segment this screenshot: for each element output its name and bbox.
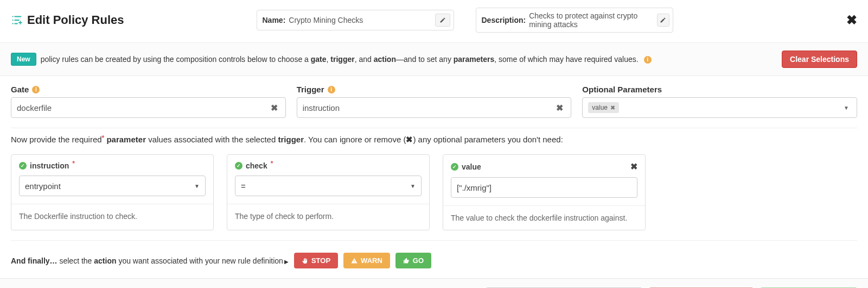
- action-go-button[interactable]: GO: [395, 253, 431, 268]
- svg-point-2: [12, 20, 14, 21]
- final-lead-text: And finally… select the action you want …: [11, 256, 289, 265]
- svg-point-0: [12, 16, 14, 17]
- action-selection-row: And finally… select the action you want …: [0, 241, 868, 278]
- intro-banner: New policy rules can be created by using…: [0, 42, 868, 76]
- svg-point-4: [12, 23, 14, 24]
- close-icon[interactable]: ✖: [846, 12, 857, 28]
- new-badge: New: [11, 53, 36, 66]
- param-card-check: check* = ▼ The type of check to perform.: [227, 154, 430, 230]
- value-input[interactable]: ["./xmrig"]: [451, 177, 637, 198]
- description-label: Description:: [482, 16, 526, 24]
- gate-value: dockerfile: [17, 103, 269, 112]
- description-value: Checks to protect against crypto mining …: [529, 11, 654, 29]
- instruction-help: The Dockerfile instruction to check.: [11, 204, 213, 228]
- gate-label: Gate i: [11, 85, 286, 94]
- selector-section: Gate i dockerfile ✖ Trigger i instructio…: [0, 76, 868, 118]
- info-icon[interactable]: i: [32, 86, 40, 93]
- param-card-value: value ✖ ["./xmrig"] The value to check t…: [443, 154, 646, 230]
- optional-params-select[interactable]: value ✖ ▼: [582, 97, 857, 118]
- description-field-group: Description: Checks to protect against c…: [476, 8, 673, 33]
- name-label: Name:: [263, 16, 286, 24]
- info-icon[interactable]: i: [328, 86, 335, 93]
- name-field-group: Name: Crypto Mining Checks: [257, 10, 454, 30]
- check-help: The type of check to perform.: [227, 204, 429, 228]
- header-bar: Edit Policy Rules Name: Crypto Mining Ch…: [0, 0, 868, 42]
- action-stop-button[interactable]: STOP: [294, 253, 338, 268]
- instruction-value: entrypoint: [25, 181, 61, 191]
- intro-text: policy rules can be created by using the…: [41, 55, 652, 64]
- policy-icon: [11, 14, 23, 26]
- parameter-helper-text: Now provide the required* parameter valu…: [0, 128, 868, 145]
- param-card-instruction: instruction* entrypoint ▼ The Dockerfile…: [11, 154, 214, 230]
- chevron-down-icon: ▼: [410, 183, 416, 189]
- page-title: Edit Policy Rules: [11, 13, 124, 27]
- parameter-cards-row: instruction* entrypoint ▼ The Dockerfile…: [0, 145, 868, 230]
- param-chip-value: value ✖: [588, 102, 619, 113]
- info-icon[interactable]: i: [644, 56, 652, 64]
- footer-bar: ? Why are both these buttons disabled? C…: [0, 278, 868, 288]
- caret-right-icon: ▶: [284, 259, 289, 265]
- trigger-value: instruction: [303, 103, 554, 112]
- clear-trigger-icon[interactable]: ✖: [554, 103, 565, 113]
- check-circle-icon: [19, 162, 27, 170]
- chevron-down-icon[interactable]: ▼: [841, 105, 851, 111]
- pencil-icon: [439, 17, 446, 23]
- param-name-value: value: [462, 162, 481, 171]
- warning-icon: [351, 258, 358, 264]
- page-title-text: Edit Policy Rules: [27, 13, 124, 27]
- trigger-label: Trigger i: [297, 85, 572, 94]
- name-value: Crypto Mining Checks: [289, 16, 363, 24]
- trigger-select[interactable]: instruction ✖: [297, 97, 572, 118]
- gate-column: Gate i dockerfile ✖: [11, 85, 286, 118]
- edit-description-button[interactable]: [657, 14, 669, 27]
- gate-select[interactable]: dockerfile ✖: [11, 97, 286, 118]
- check-circle-icon: [451, 163, 458, 171]
- remove-chip-icon[interactable]: ✖: [610, 104, 615, 111]
- remove-param-icon[interactable]: ✖: [630, 161, 637, 172]
- hand-stop-icon: [302, 258, 308, 264]
- check-value: =: [241, 181, 246, 191]
- value-help: The value to check the dockerfile instru…: [443, 205, 645, 230]
- param-name-check: check: [246, 161, 267, 170]
- optional-params-label: Optional Parameters: [582, 85, 857, 94]
- clear-selections-button[interactable]: Clear Selections: [782, 51, 857, 68]
- pencil-icon: [660, 17, 666, 23]
- action-warn-button[interactable]: WARN: [343, 253, 390, 268]
- instruction-select[interactable]: entrypoint ▼: [19, 176, 206, 196]
- optional-params-column: Optional Parameters value ✖ ▼: [582, 85, 857, 118]
- value-content: ["./xmrig"]: [457, 183, 492, 192]
- check-circle-icon: [235, 162, 242, 170]
- edit-name-button[interactable]: [435, 14, 450, 27]
- thumbs-up-icon: [403, 258, 410, 264]
- param-name-instruction: instruction: [30, 161, 69, 170]
- chevron-down-icon: ▼: [194, 183, 200, 189]
- trigger-column: Trigger i instruction ✖: [297, 85, 572, 118]
- clear-gate-icon[interactable]: ✖: [269, 103, 280, 113]
- check-select[interactable]: = ▼: [235, 176, 422, 196]
